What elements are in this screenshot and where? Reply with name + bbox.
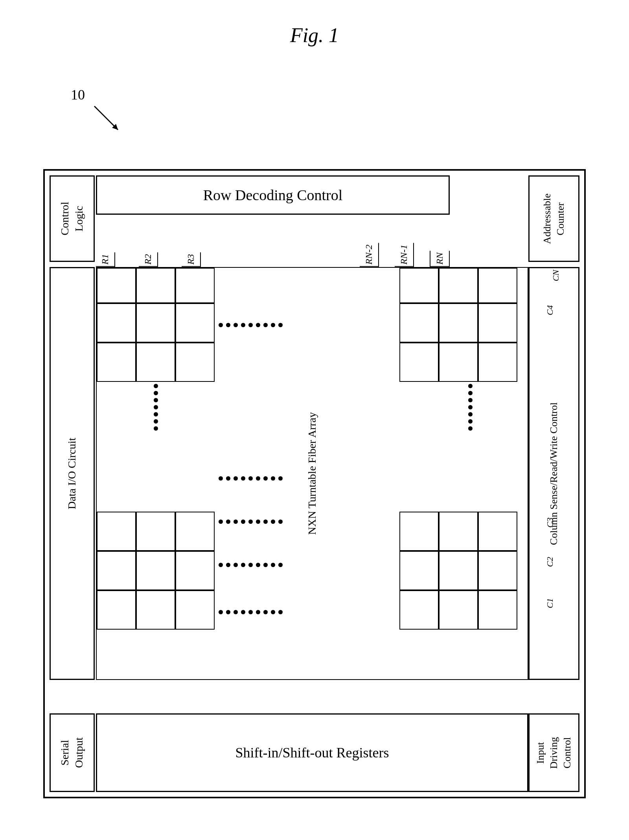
cell-r2c3 bbox=[175, 303, 215, 343]
cell-rb1c3 bbox=[175, 512, 215, 551]
column-sense-box: Column Sense/Read/Write Control bbox=[528, 267, 579, 680]
v-dots-left bbox=[154, 384, 158, 431]
h-dots-4 bbox=[219, 563, 283, 567]
shift-registers-box: Shift-in/Shift-out Registers bbox=[96, 713, 528, 792]
cell-rb2c3 bbox=[175, 551, 215, 590]
cell-rbn1cn2 bbox=[399, 551, 439, 590]
cell-rb2c2 bbox=[136, 551, 175, 590]
row-label-rn2: RN-2 bbox=[360, 243, 379, 267]
cell-r2c2 bbox=[136, 303, 175, 343]
input-driving-box: InputDrivingControl bbox=[528, 713, 579, 792]
serial-output-label: SerialOutput bbox=[58, 737, 86, 768]
col-label-cn: CN bbox=[551, 270, 561, 281]
cell-rbn2cn2 bbox=[399, 512, 439, 551]
figure-label: Fig. 1 bbox=[0, 24, 629, 47]
cell-rbn2cn bbox=[478, 512, 517, 551]
data-io-box: Data I/O Circuit bbox=[50, 267, 95, 680]
row-label-r2: R2 bbox=[139, 252, 158, 267]
data-io-label: Data I/O Circuit bbox=[65, 438, 79, 509]
control-logic-label: ControlLogic bbox=[58, 202, 86, 236]
cell-rbncn bbox=[478, 590, 517, 630]
cell-r1c2 bbox=[136, 268, 175, 303]
h-dots-2 bbox=[219, 476, 283, 481]
main-diagram: Row Decoding Control ControlLogic Addres… bbox=[43, 169, 586, 798]
fig-text: Fig. 1 bbox=[290, 24, 339, 46]
shift-registers-label: Shift-in/Shift-out Registers bbox=[235, 744, 389, 761]
nxn-label: NXN Turntable Fiber Array bbox=[306, 412, 318, 535]
col-label-c4: C4 bbox=[545, 305, 555, 315]
cell-r3cn bbox=[478, 343, 517, 382]
cell-r3cn1 bbox=[439, 343, 478, 382]
cell-rb3c1 bbox=[97, 590, 136, 630]
row-label-rn: RN bbox=[430, 251, 450, 267]
cell-rb3c2 bbox=[136, 590, 175, 630]
addressable-counter-box: AddressableCounter bbox=[528, 175, 579, 262]
row-label-rn1: RN-1 bbox=[395, 243, 414, 267]
col-label-c2: C2 bbox=[545, 557, 555, 567]
cell-rbncn1 bbox=[439, 590, 478, 630]
cell-r2cn2 bbox=[399, 303, 439, 343]
serial-output-box: SerialOutput bbox=[50, 713, 95, 792]
col-label-c1: C1 bbox=[545, 598, 555, 608]
row-label-r1: R1 bbox=[96, 252, 115, 267]
cell-r2c1 bbox=[97, 303, 136, 343]
cell-r3cn2 bbox=[399, 343, 439, 382]
input-driving-label: InputDrivingControl bbox=[534, 737, 574, 769]
cell-rbn1cn1 bbox=[439, 551, 478, 590]
cell-r1cn2 bbox=[399, 268, 439, 303]
h-dots-1 bbox=[219, 323, 283, 327]
cell-r1cn1 bbox=[439, 268, 478, 303]
addressable-counter-label: AddressableCounter bbox=[541, 193, 567, 244]
row-decoding-label: Row Decoding Control bbox=[203, 186, 343, 204]
cell-r3c1 bbox=[97, 343, 136, 382]
col-label-c3: C3 bbox=[545, 518, 555, 528]
cell-rbn1cn bbox=[478, 551, 517, 590]
cell-r1cn bbox=[478, 268, 517, 303]
cell-r1c3 bbox=[175, 268, 215, 303]
v-dots-right bbox=[468, 384, 473, 431]
cell-r3c3 bbox=[175, 343, 215, 382]
cell-r3c2 bbox=[136, 343, 175, 382]
ref-number-10: 10 bbox=[71, 87, 85, 103]
cell-r2cn bbox=[478, 303, 517, 343]
page: Fig. 1 10 Row Decoding Control ControlLo… bbox=[0, 0, 629, 840]
cell-rb2c1 bbox=[97, 551, 136, 590]
row-label-r3: R3 bbox=[182, 252, 201, 267]
row-labels-strip: R1 R2 R3 RN-2 RN-1 RN bbox=[96, 216, 450, 267]
cell-rbn2cn1 bbox=[439, 512, 478, 551]
grid-area: NXN Turntable Fiber Array bbox=[96, 267, 528, 680]
ref-arrow bbox=[90, 102, 126, 138]
cell-rb3c3 bbox=[175, 590, 215, 630]
cell-rbncn2 bbox=[399, 590, 439, 630]
row-decoding-box: Row Decoding Control bbox=[96, 175, 450, 215]
h-dots-5 bbox=[219, 610, 283, 614]
cell-rb1c1 bbox=[97, 512, 136, 551]
h-dots-3 bbox=[219, 519, 283, 524]
cell-r1c1 bbox=[97, 268, 136, 303]
control-logic-box: ControlLogic bbox=[50, 175, 95, 262]
cell-rb1c2 bbox=[136, 512, 175, 551]
cell-r2cn1 bbox=[439, 303, 478, 343]
